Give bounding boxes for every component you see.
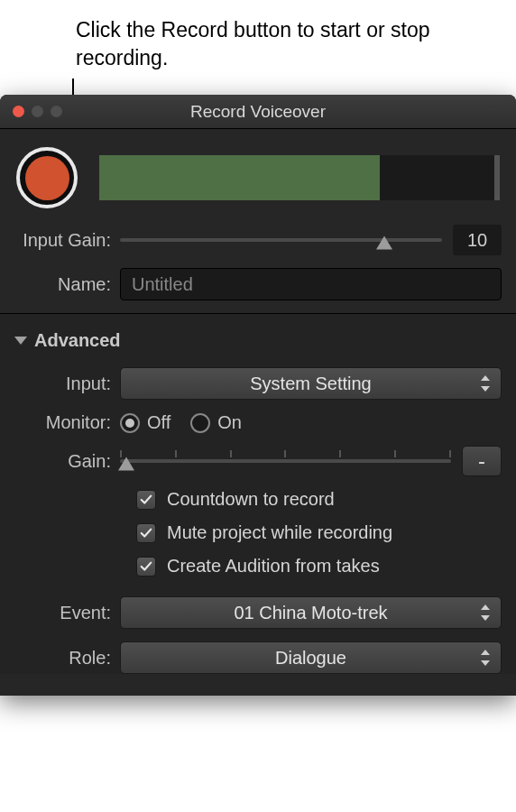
name-row: Name: Untitled — [14, 268, 502, 300]
role-row: Role: Dialogue — [14, 641, 502, 674]
monitor-label: Monitor: — [14, 412, 120, 433]
gain-slider[interactable] — [120, 450, 451, 472]
input-gain-label: Input Gain: — [14, 230, 120, 251]
input-select[interactable]: System Setting — [120, 367, 502, 400]
close-icon[interactable] — [13, 106, 24, 117]
slider-thumb[interactable] — [118, 457, 134, 471]
select-arrows-icon — [481, 604, 492, 621]
window-title: Record Voiceover — [0, 102, 516, 122]
event-label: Event: — [14, 603, 120, 623]
record-icon — [25, 156, 69, 200]
level-fill — [99, 155, 380, 200]
input-select-value: System Setting — [250, 374, 372, 394]
check-icon — [136, 490, 156, 510]
audio-level-meter — [99, 155, 500, 200]
event-select-value: 01 China Moto-trek — [234, 603, 387, 623]
gain-label: Gain: — [14, 451, 120, 472]
slider-thumb[interactable] — [376, 236, 392, 250]
mute-label: Mute project while recording — [167, 522, 392, 543]
radio-icon — [190, 413, 210, 433]
check-icon — [136, 523, 156, 543]
maximize-icon[interactable] — [51, 106, 62, 117]
event-select[interactable]: 01 China Moto-trek — [120, 596, 502, 629]
input-gain-row: Input Gain: 10 — [14, 225, 502, 255]
advanced-disclosure[interactable]: Advanced — [14, 330, 502, 351]
input-label: Input: — [14, 374, 120, 394]
input-row: Input: System Setting — [14, 367, 502, 400]
input-gain-slider[interactable] — [120, 229, 442, 251]
role-select[interactable]: Dialogue — [120, 641, 502, 674]
audition-label: Create Audition from takes — [167, 556, 380, 577]
monitor-row: Monitor: Off On — [14, 412, 502, 433]
monitor-on-radio[interactable]: On — [190, 412, 242, 433]
chevron-down-icon — [14, 337, 27, 345]
window-controls — [13, 106, 62, 117]
check-icon — [136, 557, 156, 577]
role-label: Role: — [14, 648, 120, 669]
radio-icon — [120, 413, 140, 433]
monitor-off-radio[interactable]: Off — [120, 412, 170, 433]
countdown-label: Countdown to record — [167, 489, 335, 510]
name-label: Name: — [14, 274, 120, 295]
advanced-section: Advanced Input: System Setting Monitor: … — [0, 313, 516, 674]
window-content: Input Gain: 10 Name: Untitled Advanced I… — [0, 129, 516, 696]
level-peak — [494, 155, 500, 200]
gain-row: Gain: - — [14, 446, 502, 476]
audition-checkbox[interactable]: Create Audition from takes — [136, 556, 502, 577]
mute-checkbox[interactable]: Mute project while recording — [136, 522, 502, 543]
select-arrows-icon — [481, 375, 492, 392]
countdown-checkbox[interactable]: Countdown to record — [136, 489, 502, 510]
monitor-on-label: On — [217, 412, 242, 433]
select-arrows-icon — [481, 650, 492, 666]
role-select-value: Dialogue — [275, 648, 346, 669]
advanced-label: Advanced — [34, 330, 121, 351]
event-row: Event: 01 China Moto-trek — [14, 596, 502, 629]
name-input[interactable]: Untitled — [120, 268, 502, 300]
callout-text: Click the Record button to start or stop… — [76, 16, 516, 72]
record-button[interactable] — [16, 147, 78, 208]
gain-value-stepper[interactable]: - — [462, 446, 502, 476]
input-gain-value[interactable]: 10 — [453, 225, 502, 255]
minimize-icon[interactable] — [32, 106, 43, 117]
monitor-off-label: Off — [147, 412, 170, 433]
options-group: Countdown to record Mute project while r… — [136, 489, 502, 577]
titlebar: Record Voiceover — [0, 95, 516, 129]
record-voiceover-window: Record Voiceover Input Gain: 10 Name — [0, 95, 516, 696]
